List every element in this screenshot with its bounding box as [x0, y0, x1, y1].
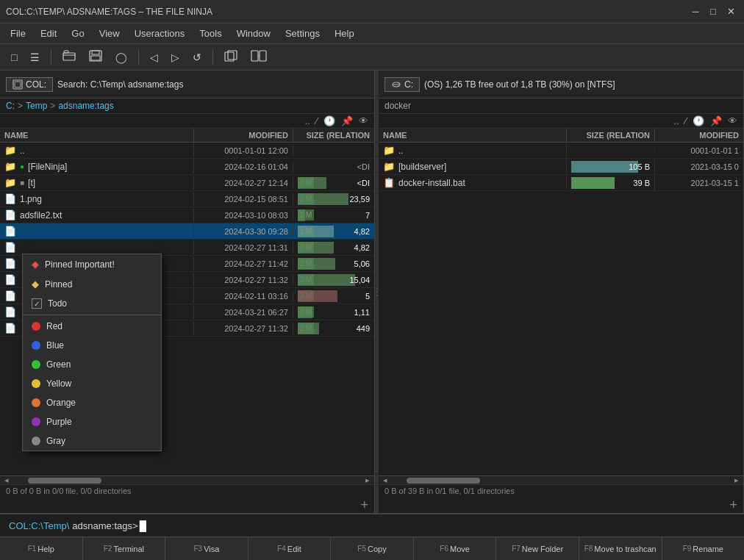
menu-item-go[interactable]: Go — [64, 25, 91, 42]
right-file-list[interactable]: 📁..0001-01-01 1📁[buildserver]105 B2021-0… — [379, 143, 743, 475]
window-controls: ─ □ ✕ — [688, 4, 738, 19]
ctx-item-pinned-important[interactable]: ◆Pinned Important! — [23, 254, 161, 274]
fkey-f6[interactable]: F6Move — [414, 537, 497, 560]
left-panel-add: + — [0, 497, 374, 513]
table-row[interactable]: 📋docker-install.bat39 B2021-03-15 1 — [379, 175, 743, 191]
ctx-item-todo[interactable]: ✓Todo — [23, 294, 161, 313]
open-button[interactable] — [57, 47, 81, 67]
ctx-item-red[interactable]: Red — [23, 317, 161, 336]
copy-panel-button[interactable] — [219, 47, 243, 67]
fkey-f4[interactable]: F4Edit — [248, 537, 332, 560]
right-file-list-header: NAME SIZE (RELATION MODIFIED — [379, 129, 743, 143]
fkey-f9[interactable]: F9Rename — [662, 537, 745, 560]
ctx-item-green[interactable]: Green — [23, 355, 161, 374]
menu-item-tools[interactable]: Tools — [192, 25, 229, 42]
title-text: COL:C:\TEMP\ ADSNAME:TAGS – THE FILE NIN… — [6, 7, 212, 17]
fkey-f2[interactable]: F2Terminal — [83, 537, 166, 560]
file-name-cell: 📁[buildserver] — [379, 159, 567, 173]
left-col-name[interactable]: NAME — [0, 129, 194, 142]
left-action-slash[interactable]: ∕ — [316, 115, 318, 126]
left-action-dotdot[interactable]: .. — [305, 115, 310, 126]
fkey-f1[interactable]: F1Help — [0, 537, 83, 560]
maximize-button[interactable]: □ — [706, 4, 720, 19]
right-action-dotdot[interactable]: .. — [674, 115, 679, 126]
fkey-f7[interactable]: F7New Folder — [496, 537, 579, 560]
swap-button[interactable] — [246, 47, 272, 67]
ctx-separator — [23, 315, 161, 315]
file-name-text: 1.png — [20, 194, 42, 204]
right-panel-label[interactable]: C: — [384, 77, 420, 92]
menu-item-edit[interactable]: Edit — [33, 25, 64, 42]
size-text: 5,06 — [354, 259, 370, 268]
file-size-cell — [293, 149, 374, 152]
ctx-check-icon: ✓ — [32, 298, 42, 309]
file-size-cell: 2 M449 — [293, 321, 374, 336]
left-col-modified[interactable]: MODIFIED — [194, 129, 293, 142]
file-name-text: .. — [20, 146, 25, 156]
fkey-label: Copy — [368, 545, 387, 553]
save-button[interactable] — [84, 47, 107, 67]
right-action-pin[interactable]: 📌 — [710, 115, 722, 126]
right-col-name[interactable]: NAME — [379, 129, 567, 142]
left-add-button[interactable]: + — [360, 498, 368, 511]
menu-item-help[interactable]: Help — [327, 25, 362, 42]
breadcrumb-link[interactable]: C: — [6, 101, 15, 111]
table-row[interactable]: 📄1.png2024-02-15 08:513 M23,59 — [0, 191, 374, 207]
left-action-pin[interactable]: 📌 — [341, 115, 353, 126]
right-hscroll[interactable]: ◂ ▸ — [379, 475, 743, 484]
ctx-item-orange[interactable]: Orange — [23, 393, 161, 412]
breadcrumb-temp[interactable]: Temp — [26, 101, 47, 111]
svg-rect-3 — [92, 51, 99, 54]
back-button[interactable]: ◁ — [145, 49, 163, 66]
file-modified-cell: 2021-03-15 1 — [655, 177, 743, 189]
fkey-f3[interactable]: F3Visa — [165, 537, 248, 560]
table-row[interactable]: 📁■[t]2024-02-27 12:142 M<DI — [0, 175, 374, 191]
refresh-button[interactable]: ↺ — [187, 49, 207, 66]
menu-item-view[interactable]: View — [92, 25, 127, 42]
close-button[interactable]: ✕ — [723, 4, 738, 19]
menu-item-file[interactable]: File — [3, 25, 33, 42]
table-row[interactable]: 📄adsfile2.txt2024-03-10 08:032 M7 — [0, 207, 374, 223]
ctx-dot-icon — [32, 437, 40, 445]
menu-item-useractions[interactable]: Useractions — [127, 25, 193, 42]
panel-toggle-button[interactable]: □ — [6, 49, 22, 66]
left-col-size[interactable]: SIZE (RELATION — [293, 129, 374, 142]
forward-button[interactable]: ▷ — [166, 49, 185, 66]
tag-button[interactable]: ◯ — [110, 49, 132, 66]
minimize-button[interactable]: ─ — [688, 4, 703, 19]
ctx-dot-icon — [32, 379, 40, 388]
right-action-history[interactable]: 🕐 — [693, 115, 704, 126]
left-action-history[interactable]: 🕐 — [323, 115, 335, 126]
right-action-eye[interactable]: 👁 — [728, 115, 737, 126]
fkey-label: Move — [450, 545, 470, 553]
right-panel-actions: .. ∕ 🕐 📌 👁 — [379, 114, 743, 129]
left-panel-label[interactable]: COL: — [6, 77, 53, 92]
ctx-item-purple[interactable]: Purple — [23, 412, 161, 431]
file-name-cell: 📁■[t] — [0, 176, 194, 190]
table-row[interactable]: 📁..0001-01-01 1 — [379, 143, 743, 159]
ctx-item-pinned[interactable]: ◆Pinned — [23, 274, 161, 294]
menu-item-window[interactable]: Window — [229, 25, 278, 42]
svg-rect-7 — [251, 51, 258, 61]
table-row[interactable]: 📁..0001-01-01 12:00 — [0, 143, 374, 159]
ctx-item-gray[interactable]: Gray — [23, 431, 161, 450]
ctx-item-label: Pinned — [45, 279, 72, 290]
table-row[interactable]: 📁[buildserver]105 B2021-03-15 0 — [379, 159, 743, 175]
menu-item-settings[interactable]: Settings — [278, 25, 327, 42]
ctx-item-yellow[interactable]: Yellow — [23, 374, 161, 393]
right-col-size[interactable]: SIZE (RELATION — [567, 129, 655, 142]
right-action-slash[interactable]: ∕ — [685, 115, 687, 126]
table-row[interactable]: 📄2024-03-30 09:281 M4,82 — [0, 223, 374, 240]
left-action-eye[interactable]: 👁 — [359, 115, 368, 126]
ctx-item-blue[interactable]: Blue — [23, 336, 161, 355]
list-view-button[interactable]: ☰ — [25, 49, 45, 66]
fkey-f8[interactable]: F8Move to trashcan — [579, 537, 662, 560]
right-scroll-thumb[interactable] — [407, 478, 480, 484]
left-hscroll[interactable]: ◂ ▸ — [0, 475, 374, 484]
right-col-modified[interactable]: MODIFIED — [655, 129, 743, 142]
left-scroll-thumb[interactable] — [28, 478, 101, 484]
right-add-button[interactable]: + — [729, 498, 737, 511]
breadcrumb-adsname[interactable]: adsname:tags — [58, 101, 113, 111]
fkey-f5[interactable]: F5Copy — [331, 537, 414, 560]
table-row[interactable]: 📁●[FileNinja]2024-02-16 01:04<DI — [0, 159, 374, 175]
